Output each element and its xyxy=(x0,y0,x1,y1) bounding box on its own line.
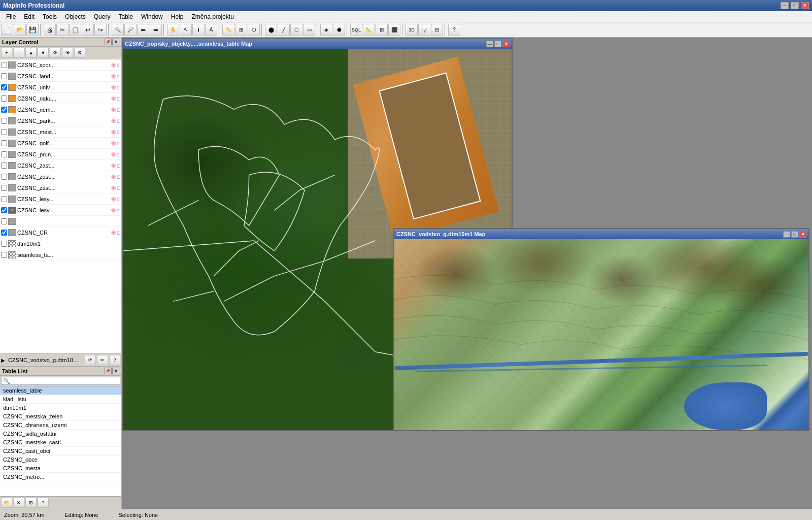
layer-checkbox[interactable] xyxy=(1,84,7,90)
layer-checkbox[interactable] xyxy=(1,95,7,102)
table-search-input[interactable] xyxy=(1,377,120,385)
layer-checkbox[interactable] xyxy=(1,185,7,191)
table-list-item[interactable]: CZSNC_casti_obci xyxy=(0,447,121,456)
tb-info-btn[interactable]: ℹ xyxy=(192,24,205,36)
tb-zoom-out-btn[interactable]: 🔎 xyxy=(124,24,137,36)
menu-window[interactable]: Window xyxy=(137,12,167,21)
tb-poly-btn[interactable]: ⬡ xyxy=(290,24,302,36)
tb-node-btn[interactable]: ◈ xyxy=(320,24,332,36)
table-list-item[interactable]: seamless_table xyxy=(0,386,121,395)
layer-row[interactable]: CZSNC_zast...🌸◻ xyxy=(0,182,121,193)
table-list-close-btn[interactable]: ✕ xyxy=(112,368,119,374)
table-help-btn[interactable]: ? xyxy=(38,498,49,508)
layer-checkbox[interactable] xyxy=(1,207,7,213)
tb-label-btn[interactable]: A xyxy=(205,24,217,36)
layer-row[interactable]: CZSNC_prun...🌸◻ xyxy=(0,149,121,160)
layer-row[interactable]: CZSNC_golf...🌸◻ xyxy=(0,138,121,149)
tb-ruler-btn[interactable]: 📏 xyxy=(222,24,234,36)
layer-checkbox[interactable] xyxy=(1,196,7,202)
layer-row[interactable]: CZSNC_CR🌸◻ xyxy=(0,227,121,238)
menu-file[interactable]: File xyxy=(2,12,20,21)
layer-row[interactable]: CZSNC_spor...🌸◻ xyxy=(0,59,121,71)
layer-row[interactable]: CZSNC_lesy...🌸◻ xyxy=(0,193,121,205)
layer-up-btn[interactable]: ▲ xyxy=(25,48,37,58)
menu-help[interactable]: Help xyxy=(167,12,188,21)
map1-minimize-btn[interactable]: — xyxy=(486,41,493,47)
table-close-btn[interactable]: ✕ xyxy=(13,498,24,508)
tb-sql-btn[interactable]: SQL xyxy=(350,24,362,36)
table-list-item[interactable]: klad_listu xyxy=(0,395,121,404)
tb-next-view-btn[interactable]: ➡ xyxy=(150,24,162,36)
layer-row[interactable]: CZSNC_univ...🌸◻ xyxy=(0,82,121,93)
map2-maximize-btn[interactable]: □ xyxy=(791,231,798,238)
layer-reload-btn[interactable]: ⟳ xyxy=(50,48,61,58)
table-list-pin-btn[interactable]: 📌 xyxy=(105,368,112,374)
layer-checkbox[interactable] xyxy=(1,107,7,113)
menu-zmena-projektu[interactable]: Změna projektu xyxy=(187,12,238,21)
layer-row[interactable]: seamless_ta... xyxy=(0,249,121,261)
layer-row[interactable]: CZSNC_land...🌸◻ xyxy=(0,71,121,82)
tb-cut-btn[interactable]: ✂ xyxy=(56,24,69,36)
table-list-item[interactable]: CZSNC_metro... xyxy=(0,473,121,481)
menu-edit[interactable]: Edit xyxy=(20,12,39,21)
layer-add-btn[interactable]: + xyxy=(1,48,12,58)
tb-open-btn[interactable]: 📂 xyxy=(14,24,26,36)
layer-info-btn[interactable]: ? xyxy=(109,355,120,365)
tb-pan-btn[interactable]: ✋ xyxy=(167,24,179,36)
tb-select-btn[interactable]: ↖ xyxy=(180,24,192,36)
menu-query[interactable]: Query xyxy=(90,12,115,21)
map1-maximize-btn[interactable]: □ xyxy=(494,41,501,47)
tb-redo-btn[interactable]: ↪ xyxy=(94,24,107,36)
table-list-item[interactable]: CZSNC_mesta xyxy=(0,464,121,473)
layer-checkbox[interactable] xyxy=(1,118,7,124)
tb-prev-view-btn[interactable]: ⬅ xyxy=(137,24,149,36)
layer-eye-btn[interactable]: 👁 xyxy=(62,48,73,58)
tb-help-btn[interactable]: ? xyxy=(448,24,460,36)
layer-row[interactable]: ✕CZSNC_lesy...🌸◻ xyxy=(0,205,121,216)
layer-checkbox[interactable] xyxy=(1,252,7,258)
layer-row[interactable]: CZSNC_mest...🌸◻ xyxy=(0,126,121,138)
table-list-item[interactable]: dtm10m1 xyxy=(0,404,121,412)
minimize-button[interactable]: — xyxy=(781,2,789,9)
layer-settings-btn[interactable]: ⚙ xyxy=(74,48,85,58)
tb-graph-btn[interactable]: 📊 xyxy=(418,24,430,36)
layer-checkbox[interactable] xyxy=(1,129,7,135)
map1-close-btn[interactable]: ✕ xyxy=(502,41,510,47)
layer-checkbox[interactable] xyxy=(1,62,7,68)
layer-row[interactable] xyxy=(0,216,121,227)
tb-save-btn[interactable]: 💾 xyxy=(26,24,39,36)
close-button[interactable]: ✕ xyxy=(801,2,809,9)
layer-checkbox[interactable] xyxy=(1,230,7,236)
tb-rect-btn[interactable]: ▭ xyxy=(303,24,315,36)
layer-checkbox[interactable] xyxy=(1,140,7,146)
table-list-item[interactable]: CZSNC_mestska_zelen xyxy=(0,412,121,421)
table-open-btn[interactable]: 📂 xyxy=(1,498,12,508)
tb-new-btn[interactable]: 📄 xyxy=(1,24,13,36)
tb-tile-btn[interactable]: ⊟ xyxy=(431,24,443,36)
tb-browser-btn[interactable]: ⊞ xyxy=(376,24,388,36)
layer-row[interactable]: dtm10m1 xyxy=(0,238,121,249)
layer-row[interactable]: CZSNC_park...🌸◻ xyxy=(0,115,121,126)
layer-checkbox[interactable] xyxy=(1,241,7,247)
layer-edit-btn[interactable]: ✏ xyxy=(97,355,108,365)
tb-point-btn[interactable]: ⬤ xyxy=(265,24,277,36)
layer-checkbox[interactable] xyxy=(1,151,7,157)
tb-layout-btn[interactable]: 📐 xyxy=(363,24,375,36)
layer-down-btn[interactable]: ▼ xyxy=(38,48,49,58)
layer-refresh-btn[interactable]: ⟳ xyxy=(85,355,96,365)
layer-row[interactable]: CZSNC_zast...🌸◻ xyxy=(0,160,121,171)
tb-undo-btn[interactable]: ↩ xyxy=(82,24,94,36)
map2-content[interactable] xyxy=(394,239,808,430)
tb-line-btn[interactable]: ╱ xyxy=(278,24,290,36)
menu-objects[interactable]: Objects xyxy=(61,12,90,21)
layer-checkbox[interactable] xyxy=(1,73,7,79)
map2-close-btn[interactable]: ✕ xyxy=(799,231,806,238)
tb-3d-btn[interactable]: 3D xyxy=(405,24,418,36)
table-list-item[interactable]: CZSNC_sidla_ostatni xyxy=(0,430,121,438)
maximize-button[interactable]: □ xyxy=(791,2,799,9)
tb-style-btn[interactable]: ⬡ xyxy=(248,24,260,36)
tb-copy-btn[interactable]: 📋 xyxy=(69,24,81,36)
layer-row[interactable]: CZSNC_nem...🌸◻ xyxy=(0,104,121,115)
table-list-item[interactable]: CZSNC_chranena_uzemi xyxy=(0,421,121,430)
table-list-item[interactable]: CZSNC_obce xyxy=(0,456,121,464)
